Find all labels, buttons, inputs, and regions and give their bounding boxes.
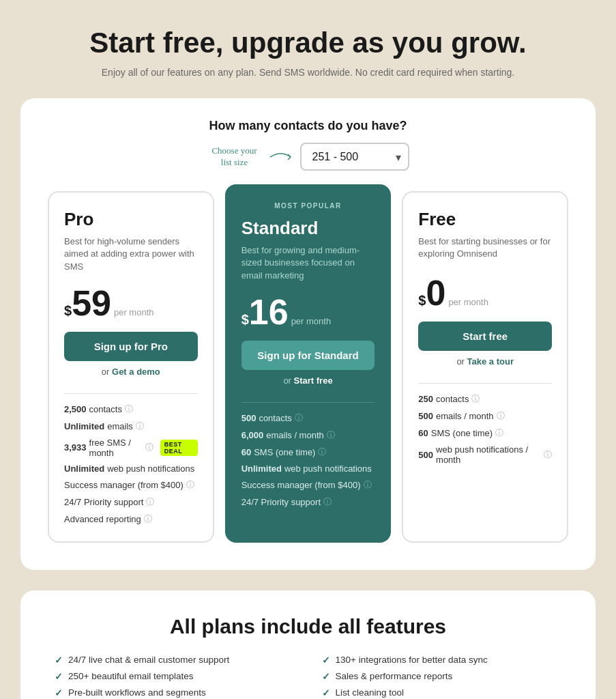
price-row-pro: $ 59 per month (64, 285, 198, 321)
info-icon-free-0[interactable]: ⓘ (471, 393, 480, 405)
take-tour-link[interactable]: Take a tour (467, 356, 514, 367)
feature-bold-free-0: 250 (418, 394, 433, 404)
feature-text-pro-0: contacts (89, 404, 122, 414)
feature-text-std-5: 24/7 Priority support (241, 497, 321, 507)
feature-reporting-pro: Advanced reporting ⓘ (64, 513, 198, 525)
feature-bold-std-2: 60 (241, 447, 251, 457)
sign-up-pro-button[interactable]: Sign up for Pro (64, 332, 198, 361)
feature-list-pro: 2,500 contacts ⓘ Unlimited emails ⓘ 3,93… (64, 403, 198, 525)
most-popular-badge: MOST POPULAR (241, 202, 375, 210)
choose-list-size-label: Choose yourlist size (207, 145, 262, 169)
feature-list-free: 250 contacts ⓘ 500 emails / month ⓘ 60 S… (418, 393, 552, 465)
contacts-label: How many contacts do you have? (48, 119, 568, 133)
feature-text-pro-5: 24/7 Priority support (64, 497, 143, 507)
feature-bold-free-1: 500 (418, 411, 433, 421)
feature-sms-free: 60 SMS (one time) ⓘ (418, 427, 552, 439)
plan-name-standard: Standard (241, 218, 375, 239)
feature-bold-free-2: 60 (418, 428, 428, 438)
feature-text-free-0: contacts (436, 394, 469, 404)
feature-list-standard: 500 contacts ⓘ 6,000 emails / month ⓘ 60… (241, 412, 375, 508)
start-free-link-standard[interactable]: Start free (294, 375, 333, 386)
feature-manager-standard: Success manager (from $400) ⓘ (241, 479, 375, 491)
feature-text-pro-2: free SMS / month (89, 438, 143, 458)
feature-check-4: ✓ 130+ integrations for better data sync (322, 655, 562, 666)
price-dollar-free: $ (418, 293, 426, 309)
feature-support-standard: 24/7 Priority support ⓘ (241, 496, 375, 508)
plan-name-pro: Pro (64, 209, 198, 230)
page-title: Start free, upgrade as you grow. (20, 27, 596, 59)
contacts-select-wrapper[interactable]: 0 - 250 251 - 500 501 - 1000 1001 - 2500… (300, 143, 409, 171)
feature-text-std-4: Success manager (from $400) (241, 480, 361, 490)
feature-manager-pro: Success manager (from $400) ⓘ (64, 479, 198, 491)
info-icon-free-2[interactable]: ⓘ (495, 427, 503, 439)
feature-check-0: ✓ 24/7 live chat & email customer suppor… (55, 655, 295, 666)
price-amount-free: 0 (426, 275, 445, 311)
feature-check-1: ✓ 250+ beautiful email templates (55, 671, 295, 682)
plan-description-standard: Best for growing and medium-sized busine… (241, 244, 375, 282)
info-icon-pro-2[interactable]: ⓘ (145, 442, 153, 453)
features-grid: ✓ 24/7 live chat & email customer suppor… (55, 655, 561, 699)
or-text-free: or (456, 356, 467, 367)
price-period-free: per month (448, 297, 488, 307)
plans-row: Pro Best for high-volume senders aimed a… (48, 191, 568, 543)
info-icon-pro-4[interactable]: ⓘ (186, 479, 194, 491)
get-demo-link[interactable]: Get a demo (112, 367, 160, 377)
price-amount-standard: 16 (249, 294, 289, 330)
price-period-standard: per month (291, 316, 332, 326)
or-text-standard: or (283, 375, 293, 386)
price-dollar-pro: $ (64, 303, 72, 319)
feature-bold-std-3: Unlimited (241, 463, 282, 474)
info-icon-std-0[interactable]: ⓘ (295, 412, 303, 424)
feature-check-text-6: List cleaning tool (336, 687, 405, 698)
plan-secondary-standard: or Start free (241, 375, 375, 386)
info-icon-std-4[interactable]: ⓘ (364, 479, 372, 491)
check-icon-0: ✓ (55, 655, 63, 666)
or-text-pro: or (102, 367, 112, 377)
feature-emails-standard: 6,000 emails / month ⓘ (241, 429, 375, 441)
feature-bold-std-0: 500 (241, 413, 256, 423)
info-icon-free-3[interactable]: ⓘ (544, 449, 552, 461)
price-amount-pro: 59 (72, 285, 111, 321)
divider-pro (64, 393, 198, 394)
check-icon-4: ✓ (322, 655, 330, 666)
feature-contacts-free: 250 contacts ⓘ (418, 393, 552, 405)
check-icon-2: ✓ (55, 687, 63, 698)
check-icon-6: ✓ (322, 687, 330, 698)
feature-bold-pro-3: Unlimited (64, 463, 104, 474)
plan-name-free: Free (418, 209, 552, 230)
info-icon-pro-0[interactable]: ⓘ (125, 403, 133, 415)
feature-text-std-2: SMS (one time) (254, 447, 315, 457)
plan-card-free: Free Best for starting businesses or for… (402, 191, 568, 543)
divider-free (418, 383, 552, 384)
check-icon-5: ✓ (322, 671, 330, 682)
feature-text-pro-3: web push notifications (107, 463, 194, 474)
plan-description-free: Best for starting businesses or for expl… (418, 236, 552, 263)
price-row-standard: $ 16 per month (241, 294, 375, 330)
feature-sms-pro: 3,933 free SMS / month ⓘ BEST DEAL (64, 438, 198, 458)
info-icon-std-1[interactable]: ⓘ (327, 429, 335, 441)
sign-up-standard-button[interactable]: Sign up for Standard (241, 341, 375, 370)
info-icon-pro-5[interactable]: ⓘ (146, 496, 154, 508)
info-icon-std-5[interactable]: ⓘ (323, 496, 332, 508)
feature-bold-std-1: 6,000 (241, 430, 264, 440)
price-dollar-standard: $ (241, 312, 249, 328)
plan-description-pro: Best for high-volume senders aimed at ad… (64, 236, 198, 273)
contacts-select[interactable]: 0 - 250 251 - 500 501 - 1000 1001 - 2500… (300, 143, 409, 171)
all-features-title: All plans include all features (55, 615, 561, 638)
feature-text-std-0: contacts (259, 413, 291, 423)
feature-contacts-pro: 2,500 contacts ⓘ (64, 403, 198, 415)
pricing-container: How many contacts do you have? Choose yo… (20, 98, 596, 570)
plan-secondary-free: or Take a tour (418, 356, 552, 367)
info-icon-pro-6[interactable]: ⓘ (144, 513, 152, 525)
feature-text-pro-6: Advanced reporting (64, 514, 141, 524)
start-free-button[interactable]: Start free (418, 322, 552, 351)
feature-emails-pro: Unlimited emails ⓘ (64, 420, 198, 432)
feature-bold-free-3: 500 (418, 450, 433, 460)
feature-text-free-1: emails / month (436, 411, 494, 421)
info-icon-pro-1[interactable]: ⓘ (136, 420, 144, 432)
contacts-selector-row: Choose yourlist size 0 - 250 251 - 500 5… (48, 143, 568, 171)
price-period-pro: per month (114, 307, 154, 317)
info-icon-free-1[interactable]: ⓘ (497, 410, 505, 422)
info-icon-std-2[interactable]: ⓘ (318, 446, 326, 458)
feature-bold-pro-2: 3,933 (64, 442, 87, 453)
